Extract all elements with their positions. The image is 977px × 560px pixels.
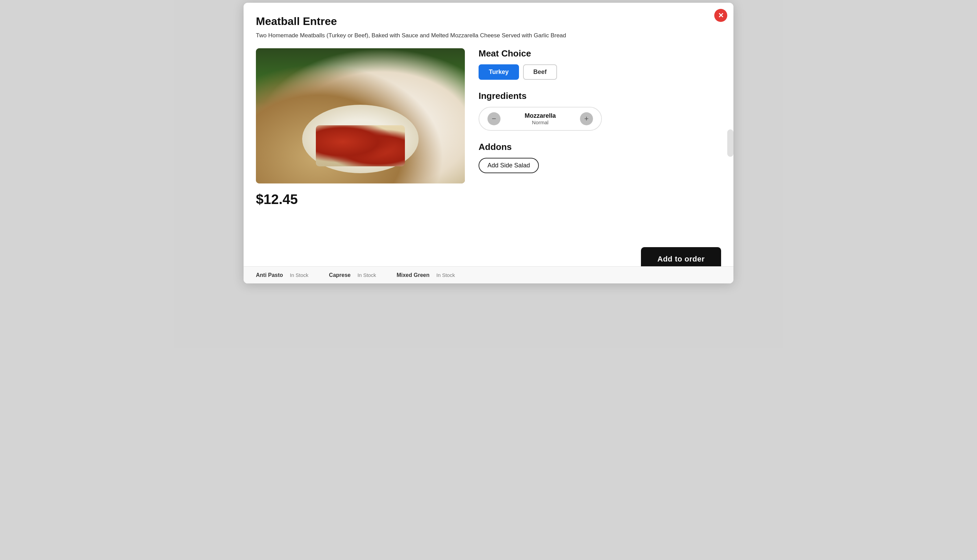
ingredients-title: Ingredients	[479, 91, 721, 101]
meat-choice-title: Meat Choice	[479, 48, 721, 59]
meat-choice-group: Turkey Beef	[479, 64, 721, 80]
options-panel: Meat Choice Turkey Beef Ingredients − Mo…	[479, 48, 721, 173]
addons-title: Addons	[479, 142, 721, 152]
meat-option-turkey[interactable]: Turkey	[479, 64, 519, 80]
bottom-item-antipasto: Anti Pasto In Stock	[256, 272, 308, 278]
bottom-bar: Anti Pasto In Stock Caprese In Stock Mix…	[244, 266, 733, 283]
modal-body: $12.45 Meat Choice Turkey Beef Ingredien…	[256, 48, 721, 207]
modal-container: ✕ Meatball Entree Two Homemade Meatballs…	[244, 3, 733, 283]
addon-side-salad-button[interactable]: Add Side Salad	[479, 158, 539, 173]
ingredient-row: − Mozzarella Normal +	[479, 107, 602, 131]
meat-option-beef[interactable]: Beef	[523, 64, 557, 80]
increase-mozzarella-button[interactable]: +	[580, 112, 593, 125]
bottom-item-antipasto-name: Anti Pasto	[256, 272, 283, 278]
bottom-item-mixedgreen-name: Mixed Green	[397, 272, 429, 278]
modal-description: Two Homemade Meatballs (Turkey or Beef),…	[256, 31, 721, 40]
ingredient-info: Mozzarella Normal	[501, 112, 580, 125]
scroll-handle[interactable]	[727, 129, 733, 157]
bottom-item-antipasto-stock: In Stock	[290, 272, 308, 278]
ingredient-name: Mozzarella	[524, 112, 556, 120]
ingredient-amount: Normal	[532, 120, 548, 125]
bottom-item-caprese-stock: In Stock	[357, 272, 376, 278]
bottom-item-mixedgreen: Mixed Green In Stock	[397, 272, 455, 278]
modal-overlay: ✕ Meatball Entree Two Homemade Meatballs…	[0, 0, 977, 560]
bottom-item-caprese: Caprese In Stock	[329, 272, 376, 278]
decrease-mozzarella-button[interactable]: −	[488, 112, 501, 125]
close-button[interactable]: ✕	[714, 9, 727, 22]
bottom-item-caprese-name: Caprese	[329, 272, 351, 278]
price-display: $12.45	[256, 192, 465, 207]
food-image	[256, 48, 465, 183]
bottom-item-mixedgreen-stock: In Stock	[436, 272, 455, 278]
modal-title: Meatball Entree	[256, 15, 721, 28]
